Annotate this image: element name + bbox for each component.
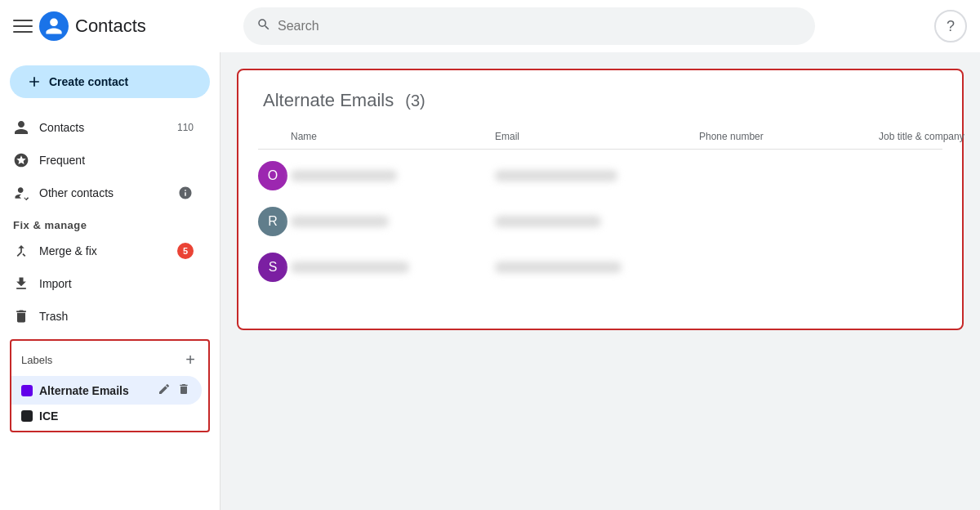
label-name-alternate-emails: Alternate Emails xyxy=(39,384,149,397)
label-item-ice[interactable]: ICE xyxy=(11,405,202,427)
merge-icon xyxy=(13,243,29,259)
sidebar-item-other-contacts[interactable]: Other contacts xyxy=(0,177,207,209)
contact-email-blurred xyxy=(495,170,617,181)
layout: Create contact Contacts 110 Frequent Oth… xyxy=(0,52,980,510)
merge-badge: 5 xyxy=(177,243,194,259)
app-title: Contacts xyxy=(75,16,146,37)
avatar: o xyxy=(258,161,287,190)
table-row[interactable]: s xyxy=(258,244,942,290)
labels-section: Labels + Alternate Emails xyxy=(10,339,210,432)
contact-email-cell xyxy=(495,262,699,273)
frequent-nav-label: Frequent xyxy=(39,154,194,167)
topbar-left: Contacts xyxy=(13,11,234,41)
contact-email-blurred xyxy=(495,262,621,273)
contact-name-blurred xyxy=(291,170,397,181)
table-row[interactable]: o xyxy=(258,153,942,199)
contact-name-cell xyxy=(291,170,495,181)
avatar: s xyxy=(258,253,287,282)
import-icon xyxy=(13,275,29,292)
other-contacts-icon xyxy=(13,185,29,201)
panel-title: Alternate Emails (3) xyxy=(258,90,942,111)
avatar: r xyxy=(258,207,287,236)
main-content: Alternate Emails (3) Name Email Phone nu… xyxy=(220,52,980,510)
help-icon: ? xyxy=(947,18,955,35)
frequent-icon xyxy=(13,152,29,168)
topbar: Contacts ? xyxy=(0,0,980,52)
label-actions-alternate-emails xyxy=(156,381,192,400)
sidebar-item-import[interactable]: Import xyxy=(0,267,207,300)
search-input[interactable] xyxy=(278,19,802,34)
contact-name-cell xyxy=(291,216,495,227)
label-edit-button[interactable] xyxy=(156,381,172,400)
labels-title: Labels xyxy=(21,354,182,366)
search-bar[interactable] xyxy=(243,7,815,45)
sidebar: Create contact Contacts 110 Frequent Oth… xyxy=(0,52,220,510)
topbar-right: ? xyxy=(934,10,967,42)
info-icon xyxy=(177,185,194,201)
app-avatar xyxy=(39,11,69,41)
labels-header: Labels + xyxy=(11,344,208,376)
hamburger-menu-icon[interactable] xyxy=(13,16,33,36)
labels-add-button[interactable]: + xyxy=(182,351,198,369)
label-delete-button[interactable] xyxy=(176,381,192,400)
contacts-nav-label: Contacts xyxy=(39,121,167,134)
contact-name-cell xyxy=(291,262,495,273)
col-avatar-header xyxy=(258,131,291,142)
merge-nav-label: Merge & fix xyxy=(39,244,167,257)
fix-manage-label: Fix & manage xyxy=(0,209,220,235)
contact-name-blurred xyxy=(291,216,389,227)
import-nav-label: Import xyxy=(39,277,194,290)
col-phone-header: Phone number xyxy=(699,131,879,142)
contact-name-blurred xyxy=(291,262,409,273)
col-email-header: Email xyxy=(495,131,699,142)
contacts-panel: Alternate Emails (3) Name Email Phone nu… xyxy=(237,69,964,330)
create-contact-button[interactable]: Create contact xyxy=(10,65,210,98)
contact-email-blurred xyxy=(495,216,601,227)
other-contacts-label: Other contacts xyxy=(39,186,167,199)
person-icon xyxy=(13,119,29,136)
help-button[interactable]: ? xyxy=(934,10,967,42)
sidebar-item-trash[interactable]: Trash xyxy=(0,300,207,333)
col-job-header: Job title & company xyxy=(879,131,980,142)
table-header: Name Email Phone number Job title & comp… xyxy=(258,124,942,150)
sidebar-item-frequent[interactable]: Frequent xyxy=(0,144,207,177)
trash-nav-label: Trash xyxy=(39,310,194,323)
create-contact-label: Create contact xyxy=(49,75,128,88)
search-icon xyxy=(256,17,271,36)
table-row[interactable]: r xyxy=(258,199,942,244)
panel-title-text: Alternate Emails xyxy=(263,90,394,110)
contact-email-cell xyxy=(495,216,699,227)
label-name-ice: ICE xyxy=(39,409,192,423)
sidebar-item-contacts[interactable]: Contacts 110 xyxy=(0,111,207,144)
trash-icon xyxy=(13,308,29,324)
contacts-nav-count: 110 xyxy=(177,122,194,133)
panel-count: (3) xyxy=(405,92,425,110)
label-item-alternate-emails[interactable]: Alternate Emails xyxy=(11,376,202,405)
sidebar-item-merge[interactable]: Merge & fix 5 xyxy=(0,235,207,267)
label-dot-ice xyxy=(21,410,33,422)
label-dot-alternate-emails xyxy=(21,385,33,396)
col-name-header: Name xyxy=(291,131,495,142)
contact-email-cell xyxy=(495,170,699,181)
